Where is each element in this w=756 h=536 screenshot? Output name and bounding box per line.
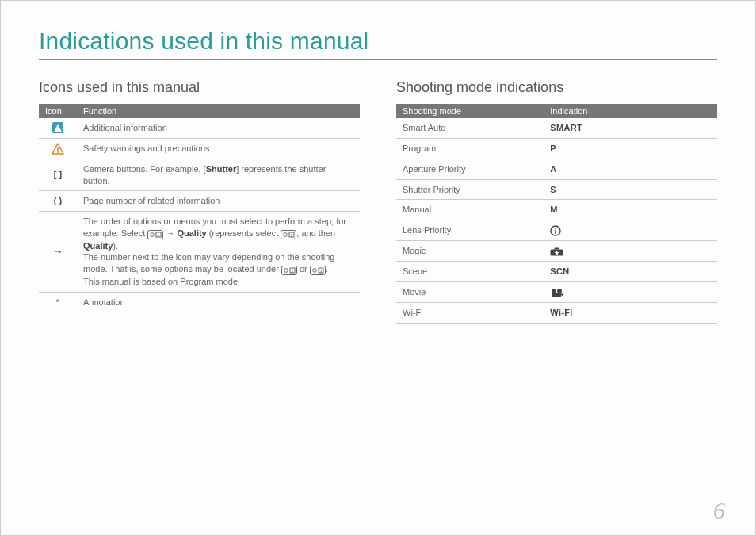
text: , and then: [296, 228, 335, 238]
mode-cell: Aperture Priority: [396, 159, 544, 179]
text: ).: [113, 241, 118, 251]
indication-cell: [544, 282, 717, 303]
table-row: Lens Priority: [396, 220, 717, 241]
mode-cell: Shutter Priority: [396, 179, 544, 200]
modes-heading: Shooting mode indications: [396, 79, 717, 96]
text: (represents select: [207, 228, 281, 238]
th-function: Function: [77, 104, 360, 118]
th-indication: Indication: [544, 104, 717, 118]
table-row: Shutter PriorityS: [396, 179, 717, 200]
page-number: 6: [713, 497, 725, 524]
indication-text: A: [550, 164, 556, 174]
text: Camera buttons. For example, [: [83, 164, 206, 174]
func-cell: Annotation: [77, 292, 360, 312]
arrow-icon: →: [39, 212, 77, 292]
indication-text: P: [550, 144, 556, 153]
asterisk-icon: *: [39, 292, 77, 312]
camera-menu-icon: 1: [147, 228, 163, 240]
svg-point-8: [284, 233, 288, 237]
brackets-icon: [ ]: [39, 159, 77, 191]
table-row: [ ] Camera buttons. For example, [Shutte…: [39, 159, 360, 191]
table-row: ProgramP: [396, 138, 717, 159]
svg-point-20: [555, 228, 556, 229]
left-column: Icons used in this manual Icon Function: [39, 79, 360, 324]
right-column: Shooting mode indications Shooting mode …: [396, 79, 717, 324]
indication-text: Wi-Fi: [550, 308, 572, 317]
movie-icon: [550, 287, 564, 297]
th-icon: Icon: [39, 104, 77, 118]
icons-heading: Icons used in this manual: [39, 79, 360, 96]
mode-cell: Lens Priority: [396, 220, 544, 241]
th-mode: Shooting mode: [396, 104, 544, 118]
indication-cell: Wi-Fi: [544, 303, 717, 324]
text: .: [326, 264, 328, 274]
lens-priority-icon: [550, 225, 561, 235]
svg-point-16: [312, 269, 316, 273]
mode-cell: Smart Auto: [396, 118, 544, 138]
table-row: * Annotation: [39, 292, 360, 312]
mode-cell: Program: [396, 138, 544, 159]
table-row: ManualM: [396, 200, 717, 220]
func-cell: Additional information: [77, 118, 360, 138]
svg-point-4: [151, 233, 155, 237]
indication-cell: P: [544, 138, 717, 159]
func-cell: Camera buttons. For example, [Shutter] r…: [77, 159, 360, 191]
indication-cell: A: [544, 159, 717, 179]
svg-point-2: [57, 151, 59, 153]
parens-icon: ( ): [39, 191, 77, 212]
warning-icon: [52, 143, 64, 152]
indication-cell: S: [544, 179, 717, 200]
table-row: SceneSCN: [396, 262, 717, 282]
func-cell: Safety warnings and precautions: [77, 138, 360, 159]
quality-label: Quality: [83, 241, 113, 251]
table-row: Wi-FiWi-Fi: [396, 303, 717, 324]
indication-text: S: [550, 185, 556, 194]
text: This manual is based on Program mode.: [83, 277, 240, 286]
svg-point-12: [284, 269, 288, 273]
title-rule: [39, 59, 717, 60]
info-icon: [52, 122, 64, 132]
shutter-label: Shutter: [206, 164, 237, 174]
modes-table: Shooting mode Indication Smart AutoSMART…: [396, 104, 717, 324]
table-row: → The order of options or menus you must…: [39, 212, 360, 292]
table-row: Smart AutoSMART: [396, 118, 717, 138]
magic-icon: [550, 246, 563, 255]
table-row: Aperture PriorityA: [396, 159, 717, 179]
indication-cell: [544, 220, 717, 241]
camera-menu-icon: 1: [281, 228, 296, 240]
camera-menu-3-icon: 3: [310, 264, 326, 276]
table-row: Additional information: [39, 118, 360, 138]
page-title: Indications used in this manual: [39, 28, 717, 55]
indication-cell: [544, 241, 717, 262]
quality-label: Quality: [177, 228, 206, 238]
mode-cell: Scene: [396, 262, 544, 282]
table-row: Movie: [396, 282, 717, 303]
indication-text: SMART: [550, 123, 582, 132]
table-row: ( ) Page number of related information: [39, 191, 360, 212]
mode-cell: Manual: [396, 200, 544, 220]
icons-table: Icon Function Additional information: [39, 104, 360, 312]
text: or: [297, 264, 310, 274]
arrow-text: →: [163, 228, 177, 238]
func-cell: The order of options or menus you must s…: [77, 212, 360, 292]
func-cell: Page number of related information: [77, 191, 360, 212]
indication-cell: SMART: [544, 118, 717, 138]
camera-menu-2-icon: 2: [281, 264, 297, 276]
table-row: Safety warnings and precautions: [39, 138, 360, 159]
indication-cell: M: [544, 200, 717, 220]
indication-cell: SCN: [544, 262, 717, 282]
indication-text: SCN: [550, 266, 569, 276]
mode-cell: Wi-Fi: [396, 303, 544, 324]
mode-cell: Movie: [396, 282, 544, 303]
table-row: Magic: [396, 241, 717, 262]
svg-rect-24: [552, 293, 561, 297]
mode-cell: Magic: [396, 241, 544, 262]
indication-text: M: [550, 205, 557, 214]
